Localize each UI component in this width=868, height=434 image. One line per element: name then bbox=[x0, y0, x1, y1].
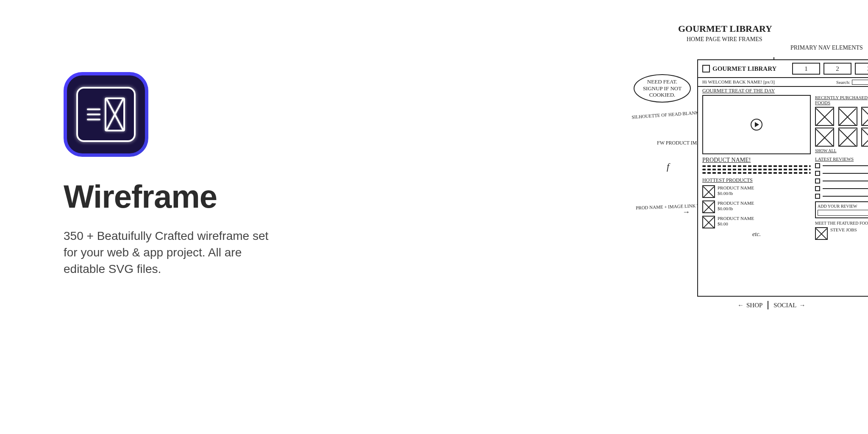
footer-social-label: SOCIAL bbox=[773, 301, 805, 309]
footer-nav-annotation: SHOP SOCIAL bbox=[737, 301, 806, 309]
image-placeholder-icon[interactable] bbox=[861, 128, 868, 147]
text-line-icon bbox=[702, 169, 811, 170]
image-placeholder-icon bbox=[702, 185, 715, 198]
wf-reviews-heading: LATEST REVIEWS bbox=[815, 156, 868, 161]
image-placeholder-icon[interactable] bbox=[861, 107, 868, 126]
checkbox-icon bbox=[815, 194, 820, 199]
wf-treat-heading: GOURMET TREAT OF THE DAY bbox=[698, 87, 868, 95]
wf-foodie-row[interactable]: STEVE JOBS bbox=[815, 227, 868, 240]
image-placeholder-icon[interactable] bbox=[815, 128, 834, 147]
crossed-box-icon bbox=[105, 97, 125, 131]
checkbox-icon bbox=[815, 186, 820, 191]
image-placeholder-icon[interactable] bbox=[838, 107, 857, 126]
image-placeholder-icon[interactable] bbox=[838, 128, 857, 147]
wireframe-sketch-panel: GOURMET LIBRARY HOME PAGE WIRE FRAMES 06… bbox=[305, 0, 868, 434]
wf-product-name-heading: PRODUCT NAME! bbox=[702, 157, 811, 164]
wf-meet-foodie-heading: MEET THE FEATURED FOODIE bbox=[815, 221, 868, 225]
image-placeholder-icon bbox=[702, 216, 715, 228]
wf-product-row[interactable]: PRODUCT NAME$0.00 bbox=[702, 216, 811, 228]
checkbox-icon bbox=[815, 171, 820, 176]
wf-logo-text: GOURMET LIBRARY bbox=[712, 66, 776, 72]
wf-add-review-box: ADD YOUR REVIEW bbox=[815, 201, 868, 218]
wf-review-item[interactable] bbox=[815, 186, 868, 191]
wf-search-input[interactable] bbox=[852, 80, 868, 85]
text-line-icon bbox=[702, 165, 811, 167]
divider-icon bbox=[768, 301, 768, 309]
wf-review-item[interactable] bbox=[815, 171, 868, 176]
sketch-subtitle: HOME PAGE WIRE FRAMES bbox=[687, 36, 762, 43]
wf-nav-tab-3[interactable]: 3 bbox=[855, 63, 868, 75]
wireframe-frame: GOURMET LIBRARY 1 2 3 Hi WELCOME BACK NA… bbox=[697, 59, 868, 297]
wf-foodie-name: STEVE JOBS bbox=[830, 227, 857, 240]
footer-shop-label: SHOP bbox=[737, 301, 762, 309]
wf-nav-tab-2[interactable]: 2 bbox=[823, 63, 851, 75]
wf-review-item[interactable] bbox=[815, 178, 868, 184]
wf-nav-tab-1[interactable]: 1 bbox=[792, 63, 820, 75]
wf-logo-icon bbox=[702, 65, 710, 72]
product-description: 350 + Beatuifully Crafted wireframe set … bbox=[64, 228, 275, 278]
image-placeholder-icon[interactable] bbox=[815, 107, 834, 126]
wf-search-label: Search: bbox=[836, 80, 850, 85]
sketch-title: GOURMET LIBRARY bbox=[678, 23, 772, 34]
wf-recently-heading: RECENTLY PURCHASED FOODS bbox=[815, 95, 868, 105]
wf-hottest-heading: HOTTEST PRODUCTS bbox=[702, 177, 811, 184]
wireframe-app-icon bbox=[64, 72, 148, 157]
hamburger-lines-icon bbox=[87, 108, 100, 120]
arrow-right-icon: → bbox=[682, 208, 690, 217]
image-placeholder-icon bbox=[815, 227, 828, 240]
annotation-f-mark-left: f bbox=[667, 161, 669, 172]
annotation-primary-nav: PRIMARY NAV ELEMENTS bbox=[790, 45, 863, 51]
wf-product-row[interactable]: PRODUCT NAME$0.00/lb bbox=[702, 185, 811, 198]
wf-review-item[interactable] bbox=[815, 163, 868, 168]
product-title: Wireframe bbox=[64, 178, 280, 215]
left-marketing-panel: Wireframe 350 + Beatuifully Crafted wire… bbox=[0, 0, 305, 434]
checkbox-icon bbox=[815, 163, 820, 168]
annotation-signup-bubble: NEED FEAT. SIGNUP IF NOT COOKIED. bbox=[634, 74, 691, 103]
wf-welcome-row: Hi WELCOME BACK NAME! [px/3] Search: ⊙ bbox=[698, 78, 868, 87]
wf-header: GOURMET LIBRARY 1 2 3 bbox=[698, 60, 868, 78]
wf-product-row[interactable]: PRODUCT NAME$0.00/lb bbox=[702, 200, 811, 213]
checkbox-icon bbox=[815, 178, 820, 184]
wf-etc-label: etc. bbox=[702, 231, 811, 238]
wf-review-input[interactable] bbox=[818, 210, 868, 216]
image-placeholder-icon bbox=[702, 200, 715, 213]
wf-show-all-link[interactable]: SHOW ALL bbox=[815, 148, 868, 153]
wf-video-placeholder[interactable] bbox=[702, 95, 811, 154]
play-icon[interactable] bbox=[751, 119, 762, 131]
text-line-icon bbox=[702, 172, 811, 174]
wf-welcome-text: Hi WELCOME BACK NAME! [px/3] bbox=[702, 79, 775, 85]
wf-add-review-label: ADD YOUR REVIEW bbox=[818, 204, 868, 209]
wf-review-item[interactable] bbox=[815, 194, 868, 199]
